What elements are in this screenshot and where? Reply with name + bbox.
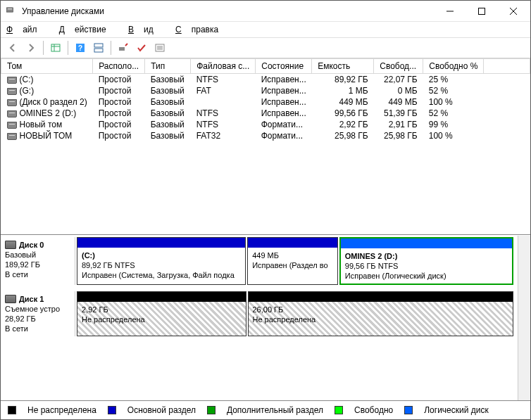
svg-rect-13	[119, 47, 125, 51]
column-header[interactable]: Располо...	[93, 59, 145, 74]
disk-size: 28,92 ГБ	[5, 314, 70, 324]
legend-primary: Основной раздел	[127, 405, 196, 415]
legend-free: Свободно	[354, 405, 393, 415]
partition-status: Не распределена	[253, 315, 316, 324]
forward-button[interactable]	[23, 40, 39, 56]
svg-rect-6	[51, 44, 60, 51]
partition-sub: 26,00 ГБ	[253, 305, 284, 314]
window-title: Управление дисками	[22, 6, 434, 16]
column-header[interactable]: Емкость	[312, 59, 374, 74]
toolbar: ?	[1, 38, 530, 58]
legend-swatch-primary	[108, 406, 116, 414]
volume-icon	[7, 122, 17, 129]
partition-status: Исправен (Логический диск)	[345, 272, 446, 280]
disk-type: Базовый	[5, 250, 70, 260]
column-header[interactable]: Свободно %	[423, 59, 484, 74]
disk-status: В сети	[5, 324, 70, 333]
legend-swatch-unalloc	[8, 406, 16, 414]
partition[interactable]: (C:)89,92 ГБ NTFSИсправен (Система, Загр…	[77, 237, 246, 285]
partition[interactable]: 2,92 ГБНе распределена	[77, 291, 246, 336]
disk-info[interactable]: Диск 1Съемное устро28,92 ГБВ сети	[1, 291, 75, 336]
help-button[interactable]: ?	[73, 40, 88, 56]
menu-action[interactable]: Действие	[59, 25, 116, 34]
menu-help[interactable]: Справка	[175, 25, 228, 34]
table-row[interactable]: Новый томПростойБазовыйNTFSФормати...2,9…	[1, 119, 530, 130]
minimize-button[interactable]	[434, 1, 466, 21]
svg-rect-1	[8, 8, 12, 9]
close-button[interactable]	[497, 1, 529, 21]
partition-sub: 89,92 ГБ NTFS	[82, 261, 135, 269]
volume-icon	[7, 99, 17, 106]
partition-status: Не распределена	[82, 315, 145, 324]
disk-name: Диск 1	[19, 294, 44, 304]
graphical-view: Диск 0Базовый189,92 ГБВ сети(C:)89,92 ГБ…	[1, 235, 530, 400]
maximize-button[interactable]	[466, 1, 497, 21]
volume-list[interactable]: ТомРасполо...ТипФайловая с...СостояниеЕм…	[1, 58, 530, 235]
svg-rect-3	[478, 8, 485, 14]
back-button[interactable]	[5, 40, 20, 56]
disk-row: Диск 1Съемное устро28,92 ГБВ сети2,92 ГБ…	[1, 290, 518, 341]
menu-view[interactable]: Вид	[128, 25, 163, 34]
table-row[interactable]: (Диск 0 раздел 2)ПростойБазовыйИсправен.…	[1, 96, 530, 108]
partition[interactable]: 449 МБИсправен (Раздел во	[247, 237, 338, 285]
disk-info[interactable]: Диск 0Базовый189,92 ГБВ сети	[1, 237, 75, 285]
column-header[interactable]: Том	[1, 59, 93, 74]
toolbar-separator	[68, 41, 68, 55]
toolbar-settings-button[interactable]	[115, 40, 131, 56]
disk-icon	[5, 295, 16, 303]
column-header[interactable]: Свобод...	[374, 59, 423, 74]
toolbar-separator	[43, 41, 44, 55]
legend-swatch-logical	[404, 406, 413, 414]
titlebar: Управление дисками	[1, 1, 530, 22]
legend-unalloc: Не распределена	[27, 405, 96, 415]
app-icon	[6, 6, 18, 17]
scrollbar[interactable]	[518, 236, 530, 400]
disk-row: Диск 0Базовый189,92 ГБВ сети(C:)89,92 ГБ…	[1, 236, 518, 290]
toolbar-list-button[interactable]	[152, 40, 168, 56]
partition-sub: 2,92 ГБ	[82, 305, 108, 314]
toolbar-layout-button[interactable]	[91, 40, 106, 56]
partition[interactable]: 26,00 ГБНе распределена	[248, 291, 514, 336]
volume-icon	[7, 110, 17, 117]
disk-size: 189,92 ГБ	[5, 260, 70, 269]
partition[interactable]: OMINES 2 (D:)99,56 ГБ NTFSИсправен (Логи…	[339, 237, 513, 285]
disk-icon	[5, 241, 16, 249]
legend-logical: Логический диск	[424, 405, 489, 415]
legend: Не распределена Основной раздел Дополнит…	[1, 400, 530, 419]
table-row[interactable]: НОВЫЙ ТОМПростойБазовыйFAT32Формати...25…	[1, 130, 530, 141]
volume-icon	[7, 77, 17, 84]
legend-extended: Дополнительный раздел	[227, 405, 323, 415]
column-header[interactable]: Тип	[145, 59, 191, 74]
svg-rect-12	[94, 49, 103, 52]
partition-sub: 449 МБ	[252, 251, 279, 260]
disk-status: В сети	[5, 269, 70, 279]
disk-type: Съемное устро	[5, 304, 70, 314]
toolbar-view-button[interactable]	[48, 40, 63, 56]
table-row[interactable]: (G:)ПростойБазовыйFATИсправен...1 МБ0 МБ…	[1, 85, 530, 96]
table-row[interactable]: OMINES 2 (D:)ПростойБазовыйNTFSИсправен.…	[1, 108, 530, 119]
volume-icon	[7, 133, 17, 140]
menu-file[interactable]: Файл	[6, 25, 47, 34]
table-row[interactable]: (C:)ПростойБазовыйNTFSИсправен...89,92 Г…	[1, 74, 530, 86]
column-header[interactable]: Файловая с...	[191, 59, 256, 74]
legend-swatch-free	[335, 406, 343, 414]
partition-title: OMINES 2 (D:)	[345, 252, 398, 260]
partition-title: (C:)	[82, 251, 95, 260]
svg-rect-0	[7, 7, 13, 11]
column-header[interactable]: Состояние	[256, 59, 312, 74]
partition-status: Исправен (Раздел во	[252, 261, 327, 269]
menubar: Файл Действие Вид Справка	[1, 22, 530, 38]
svg-rect-11	[94, 44, 103, 47]
toolbar-check-button[interactable]	[134, 40, 149, 56]
toolbar-separator	[111, 41, 111, 55]
disk-name: Диск 0	[19, 240, 44, 250]
legend-swatch-extended	[207, 406, 215, 414]
partition-sub: 99,56 ГБ NTFS	[345, 262, 399, 270]
svg-text:?: ?	[78, 44, 82, 52]
partition-status: Исправен (Система, Загрузка, Файл подка	[82, 271, 235, 279]
volume-icon	[7, 88, 17, 95]
